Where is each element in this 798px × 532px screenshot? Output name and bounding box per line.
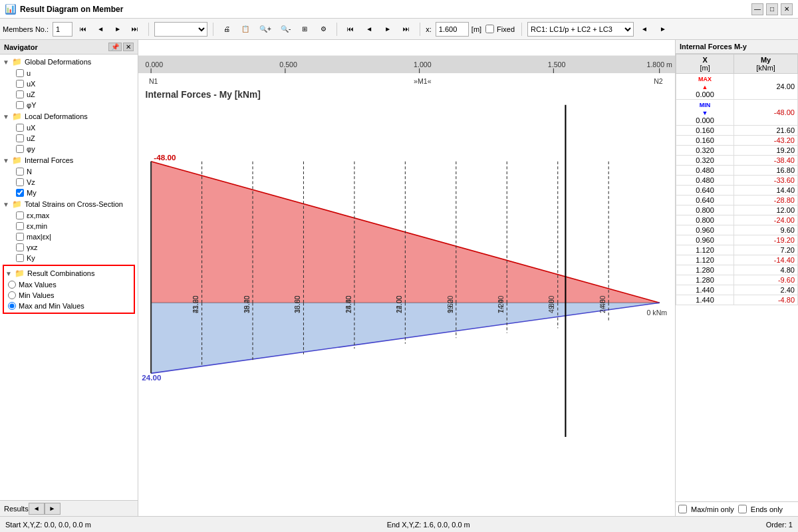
nav-checkbox-exmax[interactable] <box>16 211 24 219</box>
table-row: 0.9609.60 <box>676 225 798 235</box>
cell-my: -33.60 <box>734 176 798 186</box>
nav-checkbox-local-phiy[interactable] <box>16 145 24 153</box>
rc-radio-min[interactable] <box>8 291 16 299</box>
nav-item-n-label: N <box>27 168 32 176</box>
rc-next[interactable]: ► <box>655 21 671 37</box>
navigator-header-buttons[interactable]: 📌 ✕ <box>108 43 134 51</box>
x-input[interactable] <box>436 22 469 37</box>
export-btn[interactable]: 📋 <box>237 21 253 37</box>
diagram-area: 0.000 0.500 1.000 1.500 1.800 m N1 »M1« … <box>138 40 675 516</box>
max-min-only-checkbox[interactable] <box>678 505 687 513</box>
cell-my: 2.40 <box>734 285 798 295</box>
val-low-720: 7.20 <box>497 299 505 313</box>
members-input[interactable] <box>53 22 72 37</box>
sep2 <box>213 23 213 36</box>
nav-checkbox-u[interactable] <box>16 69 24 77</box>
print-btn[interactable]: 🖨 <box>219 21 235 37</box>
nav-group-local-deformations-header[interactable]: ▼ 📁 Local Deformations <box>0 110 138 122</box>
cell-my: 14.40 <box>734 186 798 196</box>
expand-icon-strains: ▼ <box>3 201 9 208</box>
folder-icon-internal: 📁 <box>12 156 22 165</box>
val-4800-label: -48.00 <box>154 153 176 162</box>
ruler-05: 0.500 <box>279 61 297 68</box>
nav2-prev-prev[interactable]: ⏮ <box>342 21 358 37</box>
nav2-next-next[interactable]: ⏭ <box>398 21 414 37</box>
settings-btn[interactable]: ⚙ <box>315 21 331 37</box>
col-my-header: My[kNm] <box>734 55 798 74</box>
cell-x: 0.640 <box>676 186 734 196</box>
navigator-pin-btn[interactable]: 📌 <box>108 43 122 51</box>
expand-icon-internal: ▼ <box>3 157 9 164</box>
rp-table-container: X[m] My[kNm] MAX▲0.00024.00MIN▼0.000-48.… <box>676 54 798 501</box>
results-prev-btn[interactable]: ◄ <box>29 503 45 515</box>
table-row: 0.800-24.00 <box>676 215 798 225</box>
cell-my: 9.60 <box>734 225 798 235</box>
cell-x: 1.120 <box>676 245 734 255</box>
minimize-button[interactable]: — <box>751 3 763 15</box>
zoom-out-btn[interactable]: 🔍- <box>277 21 294 37</box>
table-row: 0.48016.80 <box>676 166 798 176</box>
max-min-only-label: Max/min only <box>691 505 734 513</box>
nav-prev-prev[interactable]: ⏮ <box>75 21 91 37</box>
table-row: 1.1207.20 <box>676 245 798 255</box>
zoom-fit-btn[interactable]: ⊞ <box>297 21 313 37</box>
nav-checkbox-ux[interactable] <box>16 80 24 88</box>
nav-checkbox-my[interactable] <box>16 189 24 197</box>
nav-group-internal-forces-header[interactable]: ▼ 📁 Internal Forces <box>0 154 138 166</box>
nav-checkbox-n[interactable] <box>16 168 24 176</box>
close-button[interactable]: ✕ <box>781 3 793 15</box>
nav-prev[interactable]: ◄ <box>92 21 108 37</box>
member-select[interactable] <box>154 22 207 37</box>
nav-group-local-deformations-label: Local Deformations <box>25 112 88 120</box>
nav-item-vz: Vz <box>0 177 138 188</box>
table-row: 0.960-19.20 <box>676 235 798 245</box>
cell-my: 19.20 <box>734 146 798 156</box>
rc-radio-maxmin[interactable] <box>8 302 16 310</box>
nav-next-next[interactable]: ⏭ <box>127 21 143 37</box>
nav-group-total-strains-header[interactable]: ▼ 📁 Total Strains on Cross-Section <box>0 198 138 210</box>
table-row: 0.32019.20 <box>676 146 798 156</box>
cell-x: 0.960 <box>676 225 734 235</box>
nav-checkbox-uz[interactable] <box>16 90 24 98</box>
nav-checkbox-local-uz[interactable] <box>16 134 24 142</box>
fixed-checkbox[interactable] <box>485 25 494 33</box>
nav-next[interactable]: ► <box>110 21 126 37</box>
result-combinations-box: ▼ 📁 Result Combinations Max Values Min V… <box>3 265 135 314</box>
nav-checkbox-local-ux[interactable] <box>16 124 24 132</box>
ruler-15: 1.500 <box>548 61 566 68</box>
zoom-in-btn[interactable]: 🔍+ <box>256 21 275 37</box>
diagram-title-text: Internal Forces - My [kNm] <box>146 90 261 100</box>
result-combinations-header[interactable]: ▼ 📁 Result Combinations <box>5 267 132 279</box>
rc-select[interactable]: RC1: LC1/p + LC2 + LC3 <box>527 22 634 37</box>
results-next-btn[interactable]: ► <box>45 503 61 515</box>
rc-item-min: Min Values <box>5 290 132 301</box>
nav-checkbox-exmin[interactable] <box>16 222 24 230</box>
rc-radio-max[interactable] <box>8 281 16 289</box>
maximize-button[interactable]: □ <box>766 3 778 15</box>
cell-my: -28.80 <box>734 196 798 205</box>
nav-group-local-deformations: ▼ 📁 Local Deformations uX uZ φy <box>0 110 138 154</box>
nav-checkbox-vz[interactable] <box>16 178 24 186</box>
val-low-1200: 12.00 <box>395 295 403 313</box>
status-order: Order: 1 <box>766 521 793 529</box>
expand-icon-local: ▼ <box>3 113 9 120</box>
nav-item-my: My <box>0 188 138 198</box>
nav-group-global-deformations-header[interactable]: ▼ 📁 Global Deformations <box>0 56 138 68</box>
table-row: MAX▲0.00024.00 <box>676 74 798 100</box>
cell-my: -24.00 <box>734 215 798 225</box>
ruler-18: 1.800 m <box>647 61 672 68</box>
nav-checkbox-gxz[interactable] <box>16 243 24 251</box>
cell-x: 0.320 <box>676 146 734 156</box>
rc-prev[interactable]: ◄ <box>636 21 652 37</box>
nav2-prev[interactable]: ◄ <box>361 21 377 37</box>
nav-checkbox-ky[interactable] <box>16 254 24 262</box>
table-row: 1.280-9.60 <box>676 275 798 285</box>
nav-checkbox-phiy[interactable] <box>16 101 24 109</box>
nav-checkbox-maxex[interactable] <box>16 233 24 241</box>
title-bar-controls[interactable]: — □ ✕ <box>751 3 793 15</box>
cell-x: MIN▼0.000 <box>676 100 734 126</box>
ends-only-checkbox[interactable] <box>738 505 747 513</box>
navigator-title: Navigator <box>4 43 38 51</box>
nav2-next[interactable]: ► <box>380 21 396 37</box>
navigator-close-btn[interactable]: ✕ <box>123 43 134 51</box>
